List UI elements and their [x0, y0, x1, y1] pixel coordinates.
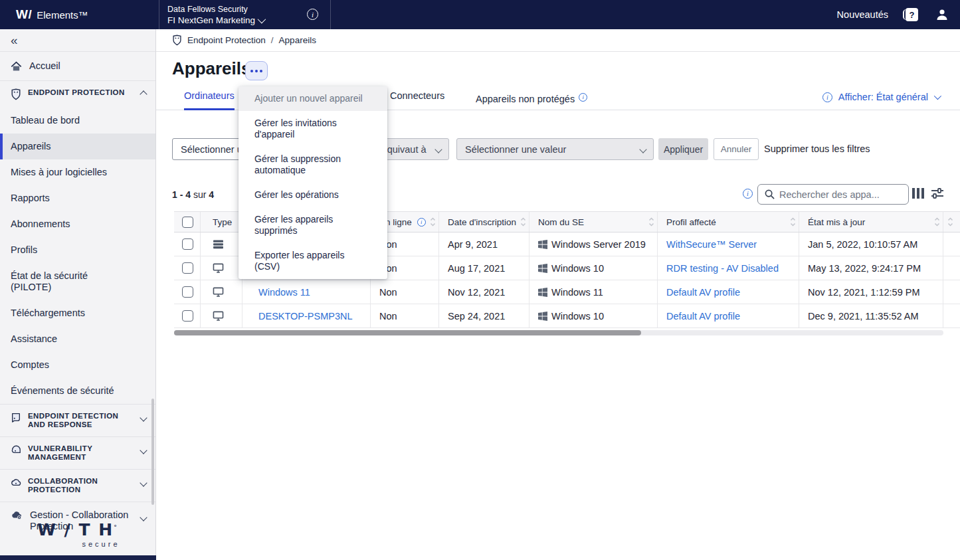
breadcrumb-current: Appareils — [279, 35, 316, 45]
menu-item-ajouter-appareil[interactable]: Ajouter un nouvel appareil — [239, 86, 387, 111]
tab-appareils-non-proteges[interactable]: Appareils non protégési — [476, 90, 587, 110]
page-title: Appareils — [172, 58, 251, 79]
horizontal-scrollbar[interactable] — [174, 330, 943, 335]
sidebar-item-mises-a-jour[interactable]: Mises à jour logicielles — [0, 159, 155, 185]
info-icon[interactable]: i — [822, 92, 832, 102]
profile-link[interactable]: Default AV profile — [666, 287, 740, 298]
columns-icon[interactable] — [912, 187, 925, 199]
menu-item-exporter-csv[interactable]: Exporter les appareils (CSV) — [239, 243, 387, 279]
windows-icon — [538, 264, 547, 273]
chevron-down-icon — [258, 15, 266, 23]
column-enrolled: Date d'inscription — [448, 217, 516, 227]
horizontal-scrollbar-thumb[interactable] — [174, 330, 641, 335]
endpoint-protection-icon — [172, 35, 182, 46]
row-checkbox[interactable] — [182, 262, 193, 274]
sidebar-section-endpoint-protection[interactable]: ENDPOINT PROTECTION — [0, 81, 155, 108]
edr-icon — [11, 412, 21, 422]
menu-item-gerer-operations[interactable]: Gérer les opérations — [239, 183, 387, 207]
clear-filters-link[interactable]: Supprimer tous les filtres — [764, 143, 870, 154]
online-status: Non — [379, 287, 397, 298]
filter-value-select[interactable]: Sélectionner une valeur — [456, 138, 654, 160]
vulnerability-icon — [11, 444, 21, 455]
sidebar-item-profils[interactable]: Profils — [0, 237, 155, 263]
select-all-checkbox[interactable] — [182, 217, 193, 228]
chevron-down-icon — [934, 92, 941, 100]
info-icon[interactable]: i — [743, 189, 753, 199]
column-os: Nom du SE — [538, 217, 584, 227]
apply-button[interactable]: Appliquer — [658, 138, 708, 160]
sidebar-item-assistance[interactable]: Assistance — [0, 326, 155, 352]
breadcrumb-section[interactable]: Endpoint Protection — [187, 35, 266, 45]
org-info-icon[interactable]: i — [307, 9, 318, 20]
sort-icon[interactable] — [520, 217, 526, 227]
row-checkbox[interactable] — [182, 310, 193, 322]
sort-icon[interactable] — [790, 217, 796, 227]
os-name: Windows Server 2019 — [551, 239, 646, 250]
sidebar-item-rapports[interactable]: Rapports — [0, 185, 155, 211]
section-label: COLLABORATION PROTECTION — [28, 477, 134, 494]
section-label: ENDPOINT PROTECTION — [28, 88, 125, 97]
profile-link[interactable]: Default AV profile — [666, 311, 740, 322]
sidebar-item-accueil[interactable]: Accueil — [0, 52, 155, 81]
sort-icon[interactable] — [648, 217, 654, 227]
menu-item-gerer-invitations[interactable]: Gérer les invitations d'appareil — [239, 111, 387, 147]
chevron-down-icon — [140, 446, 147, 454]
enrolled-date: Nov 12, 2021 — [448, 287, 505, 298]
sidebar-collapse-button[interactable]: « — [0, 29, 155, 52]
sidebar-section-collaboration[interactable]: COLLABORATION PROTECTION — [0, 470, 155, 502]
home-icon — [11, 61, 22, 72]
cancel-button[interactable]: Annuler — [714, 138, 759, 160]
footer-strip — [0, 555, 156, 560]
more-actions-button[interactable] — [245, 61, 268, 80]
help-icon[interactable]: ? — [906, 8, 918, 21]
tab-ordinateurs[interactable]: Ordinateurs — [184, 90, 235, 110]
section-label: ENDPOINT DETECTION AND RESPONSE — [28, 412, 134, 429]
profile-link[interactable]: RDR testing - AV Disabled — [666, 263, 779, 274]
windows-icon — [538, 240, 547, 249]
search-input[interactable] — [779, 189, 892, 200]
sidebar-item-etat-securite[interactable]: État de la sécurité (PILOTE) — [0, 263, 126, 300]
sidebar-item-abonnements[interactable]: Abonnements — [0, 211, 155, 237]
org-switcher[interactable]: Data Fellows Security FI NextGen Marketi… — [159, 0, 331, 29]
status-updated: May 13, 2022, 9:24:17 PM — [808, 263, 921, 274]
sidebar-section-vulnerability[interactable]: VULNERABILITY MANAGEMENT — [0, 437, 155, 469]
endpoint-protection-icon — [11, 88, 21, 100]
enrolled-date: Apr 9, 2021 — [448, 239, 498, 250]
section-label: VULNERABILITY MANAGEMENT — [28, 444, 134, 462]
filter-settings-icon[interactable] — [931, 187, 944, 199]
menu-item-gerer-supprimes[interactable]: Gérer les appareils supprimés — [239, 207, 387, 243]
sidebar-item-tableau-de-bord[interactable]: Tableau de bord — [0, 108, 155, 134]
column-updated: État mis à jour — [808, 217, 865, 227]
row-checkbox[interactable] — [182, 238, 193, 250]
row-checkbox[interactable] — [182, 286, 193, 298]
table-row: DESKTOP-PSMP3NL Non Sep 24, 2021 Windows… — [174, 304, 960, 328]
sidebar-section-edr[interactable]: ENDPOINT DETECTION AND RESPONSE — [0, 405, 155, 436]
sort-icon[interactable] — [430, 217, 436, 227]
news-link[interactable]: Nouveautés — [837, 9, 888, 20]
org-unit: FI NextGen Marketing — [167, 15, 255, 25]
status-updated: Jan 5, 2022, 10:10:57 AM — [808, 239, 917, 250]
menu-item-gerer-suppression[interactable]: Gérer la suppression automatique — [239, 147, 387, 183]
tab-connecteurs[interactable]: Connecteurs — [390, 90, 444, 110]
chevron-up-icon — [140, 90, 147, 98]
windows-icon — [538, 312, 547, 321]
search-icon — [765, 189, 775, 199]
sidebar-item-telechargements[interactable]: Téléchargements — [0, 300, 155, 326]
sidebar-item-comptes[interactable]: Comptes — [0, 352, 155, 378]
org-name: Data Fellows Security — [167, 5, 264, 14]
device-name-link[interactable]: DESKTOP-PSMP3NL — [258, 311, 353, 322]
sort-icon[interactable] — [947, 217, 953, 227]
device-name-link[interactable]: Windows 11 — [258, 287, 310, 298]
view-selector[interactable]: i Afficher: État général — [822, 92, 939, 102]
sidebar-item-appareils[interactable]: Appareils — [0, 134, 155, 159]
profile-link[interactable]: WithSecure™ Server — [666, 239, 757, 250]
info-icon[interactable]: i — [579, 93, 587, 102]
cloud-gear-icon — [11, 510, 23, 520]
sort-icon[interactable] — [934, 217, 940, 227]
collaboration-icon — [11, 477, 21, 487]
info-icon[interactable]: i — [417, 218, 426, 227]
sidebar-item-label: Accueil — [29, 60, 60, 72]
sidebar-scrollbar[interactable] — [151, 399, 154, 505]
user-account-icon[interactable] — [935, 8, 949, 21]
sidebar-item-evenements[interactable]: Événements de sécurité — [0, 378, 155, 404]
